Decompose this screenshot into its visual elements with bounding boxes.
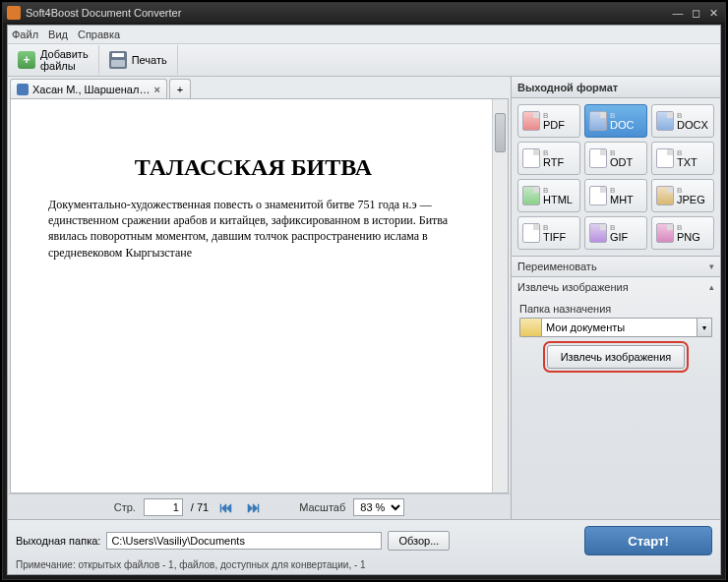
format-tiff-button[interactable]: ВTIFF bbox=[517, 216, 580, 250]
start-button[interactable]: Старт! bbox=[584, 526, 712, 555]
document-tab[interactable]: Хасан М., Шаршеналиев ... × bbox=[10, 79, 167, 98]
extract-images-button[interactable]: Извлечь изображения bbox=[547, 345, 685, 369]
first-page-button[interactable]: ⏮ bbox=[216, 497, 236, 517]
format-grid: ВPDFВDOCВDOCXВRTFВODTВTXTВHTMLВMHTВJPEGВ… bbox=[512, 98, 720, 256]
file-gif-icon bbox=[589, 223, 607, 243]
print-icon bbox=[109, 51, 127, 69]
status-note: Примечание: открытых файлов - 1, файлов,… bbox=[16, 559, 712, 570]
print-button[interactable]: Печать bbox=[99, 45, 178, 75]
chevron-down-icon: ▾ bbox=[709, 262, 714, 271]
file-png-icon bbox=[656, 223, 674, 243]
add-icon bbox=[18, 51, 35, 69]
file-jpeg-icon bbox=[656, 186, 674, 205]
page-label: Стр. bbox=[114, 501, 136, 513]
tab-label: Хасан М., Шаршеналиев ... bbox=[32, 84, 151, 95]
format-doc-button[interactable]: ВDOC bbox=[584, 104, 647, 138]
file-odt-icon bbox=[589, 148, 607, 168]
output-folder-label: Выходная папка: bbox=[16, 535, 100, 547]
menubar: Файл Вид Справка bbox=[8, 26, 720, 43]
toolbar: Добавить файлы Печать bbox=[8, 43, 720, 77]
pager: Стр. / 71 ⏮ ⏭ Масштаб 83 % bbox=[8, 494, 511, 519]
format-docx-button[interactable]: ВDOCX bbox=[651, 104, 714, 138]
document-tabs: Хасан М., Шаршеналиев ... × + bbox=[8, 77, 511, 98]
doc-icon bbox=[17, 84, 29, 95]
minimize-button[interactable]: — bbox=[670, 6, 686, 20]
dest-folder-label: Папка назначения bbox=[519, 303, 712, 315]
format-rtf-button[interactable]: ВRTF bbox=[517, 142, 580, 175]
preview-area: ТАЛАССКАЯ БИТВА Документально-художестве… bbox=[10, 98, 509, 494]
output-folder-input[interactable] bbox=[106, 532, 382, 550]
titlebar: Soft4Boost Document Converter — ◻ ✕ bbox=[3, 3, 725, 23]
print-label: Печать bbox=[132, 54, 167, 66]
format-jpeg-button[interactable]: ВJPEG bbox=[651, 179, 714, 212]
scrollbar-thumb[interactable] bbox=[495, 113, 506, 152]
dest-folder-input[interactable] bbox=[541, 318, 697, 337]
file-docx-icon bbox=[656, 111, 674, 131]
add-tab-button[interactable]: + bbox=[169, 79, 191, 98]
doc-paragraph: Документально-художественная повесть о з… bbox=[48, 197, 458, 261]
dest-folder-combo[interactable]: ▾ bbox=[519, 318, 712, 337]
bottom-bar: Выходная папка: Обзор... Старт! Примечан… bbox=[8, 519, 720, 574]
file-pdf-icon bbox=[522, 111, 540, 131]
folder-icon bbox=[519, 318, 541, 337]
format-gif-button[interactable]: ВGIF bbox=[584, 216, 647, 250]
format-mht-button[interactable]: ВMHT bbox=[584, 179, 647, 212]
page-total: / 71 bbox=[191, 501, 209, 513]
page-input[interactable] bbox=[144, 498, 183, 516]
add-files-label: Добавить файлы bbox=[40, 48, 89, 72]
file-mht-icon bbox=[589, 186, 607, 205]
file-html-icon bbox=[522, 186, 540, 205]
chevron-up-icon: ▴ bbox=[709, 282, 714, 292]
output-format-header: Выходной формат bbox=[512, 77, 720, 98]
app-icon bbox=[7, 6, 21, 20]
format-png-button[interactable]: ВPNG bbox=[651, 216, 714, 250]
zoom-label: Масштаб bbox=[299, 501, 345, 513]
extract-section-header[interactable]: Извлечь изображения▴ bbox=[512, 277, 720, 297]
last-page-button[interactable]: ⏭ bbox=[244, 497, 264, 517]
format-html-button[interactable]: ВHTML bbox=[517, 179, 580, 212]
window-title: Soft4Boost Document Converter bbox=[26, 7, 181, 19]
close-button[interactable]: ✕ bbox=[705, 6, 721, 20]
zoom-select[interactable]: 83 % bbox=[353, 498, 404, 516]
add-files-button[interactable]: Добавить файлы bbox=[8, 45, 99, 75]
doc-title: ТАЛАССКАЯ БИТВА bbox=[48, 154, 458, 181]
file-rtf-icon bbox=[522, 148, 540, 168]
format-pdf-button[interactable]: ВPDF bbox=[517, 104, 580, 138]
browse-button[interactable]: Обзор... bbox=[388, 531, 450, 551]
file-doc-icon bbox=[589, 111, 607, 131]
rename-section-header[interactable]: Переименовать▾ bbox=[512, 257, 720, 276]
format-odt-button[interactable]: ВODT bbox=[584, 142, 647, 175]
vertical-scrollbar[interactable] bbox=[492, 99, 508, 493]
menu-help[interactable]: Справка bbox=[78, 29, 120, 40]
file-tiff-icon bbox=[522, 223, 540, 243]
file-txt-icon bbox=[656, 148, 674, 168]
maximize-button[interactable]: ◻ bbox=[688, 6, 703, 20]
menu-file[interactable]: Файл bbox=[12, 29, 38, 40]
combo-dropdown-button[interactable]: ▾ bbox=[697, 318, 712, 337]
document-page: ТАЛАССКАЯ БИТВА Документально-художестве… bbox=[19, 107, 488, 485]
menu-view[interactable]: Вид bbox=[48, 29, 68, 40]
format-txt-button[interactable]: ВTXT bbox=[651, 142, 714, 175]
tab-close-icon[interactable]: × bbox=[154, 84, 160, 95]
